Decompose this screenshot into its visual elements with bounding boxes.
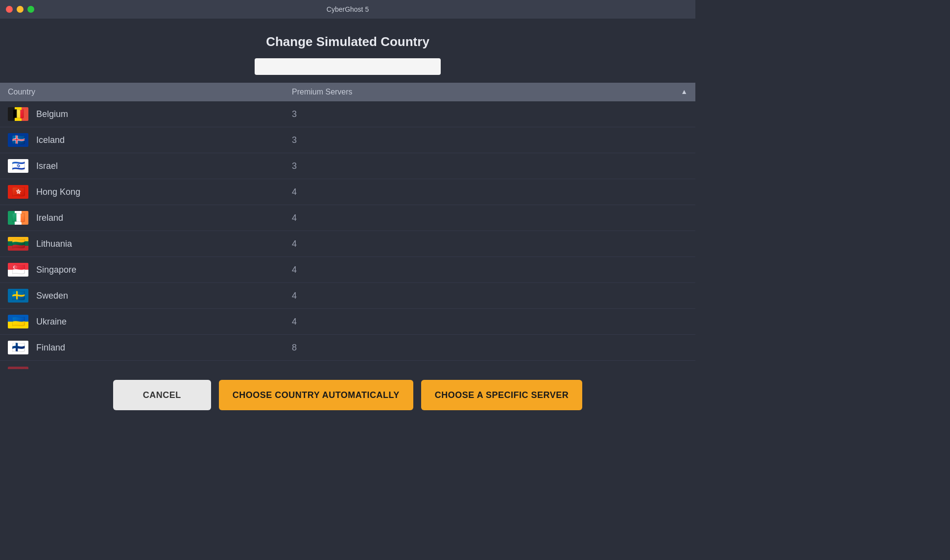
main-content: Change Simulated Country Country Premium… [0,19,695,369]
table-row[interactable]: 🇫🇮 Finland 8 [0,335,695,361]
table-row[interactable]: 🇸🇪 Sweden 4 [0,283,695,309]
column-header-servers: Premium Servers ▲ [292,88,688,96]
server-count: 4 [292,187,297,197]
table-row[interactable]: 🇱🇹 Lithuania 4 [0,231,695,257]
search-input[interactable] [255,58,441,75]
country-name: Singapore [36,265,76,275]
flag-icon: 🇫🇮 [8,341,28,354]
country-name: Hungary [36,369,70,370]
choose-specific-server-button[interactable]: CHOOSE A SPECIFIC SERVER [421,380,582,410]
window-controls[interactable] [6,6,34,13]
sort-arrow-icon[interactable]: ▲ [681,88,688,95]
server-count: 4 [292,291,297,301]
server-count: 8 [292,369,297,370]
server-count: 4 [292,317,297,327]
flag-icon: 🇭🇺 [8,367,28,369]
flag-icon: 🇸🇪 [8,289,28,303]
table-header: Country Premium Servers ▲ [0,83,695,101]
header-section: Change Simulated Country [0,19,695,83]
page-title: Change Simulated Country [266,34,429,49]
minimize-button[interactable] [17,6,24,13]
country-name: Iceland [36,135,65,145]
server-count: 4 [292,265,297,275]
flag-icon: 🇮🇪 [8,211,28,225]
table-row[interactable]: 🇧🇪 Belgium 3 [0,101,695,127]
flag-icon: 🇸🇬 [8,263,28,277]
table-row[interactable]: 🇭🇺 Hungary 8 [0,361,695,369]
country-name: Hong Kong [36,187,80,197]
table-row[interactable]: 🇭🇰 Hong Kong 4 [0,179,695,205]
column-header-country: Country [8,88,292,96]
flag-icon: 🇮🇸 [8,133,28,147]
flag-icon: 🇱🇹 [8,237,28,251]
cancel-button[interactable]: CANCEL [113,380,211,410]
flag-icon: 🇧🇪 [8,107,28,121]
server-count: 3 [292,161,297,171]
window-title: CyberGhost 5 [327,5,369,13]
country-name: Israel [36,161,58,171]
server-count: 4 [292,239,297,249]
footer: CANCEL CHOOSE COUNTRY AUTOMATICALLY CHOO… [0,369,695,421]
table-row[interactable]: 🇺🇦 Ukraine 4 [0,309,695,335]
flag-icon: 🇭🇰 [8,185,28,199]
table-row[interactable]: 🇸🇬 Singapore 4 [0,257,695,283]
flag-icon: 🇮🇱 [8,159,28,173]
maximize-button[interactable] [27,6,34,13]
country-name: Finland [36,343,65,353]
server-count: 8 [292,343,297,352]
server-count: 4 [292,213,297,223]
server-count: 3 [292,109,297,119]
country-name: Ukraine [36,317,67,327]
country-name: Lithuania [36,239,72,249]
table-row[interactable]: 🇮🇱 Israel 3 [0,153,695,179]
choose-country-auto-button[interactable]: CHOOSE COUNTRY AUTOMATICALLY [219,380,413,410]
table-row[interactable]: 🇮🇪 Ireland 4 [0,205,695,231]
close-button[interactable] [6,6,13,13]
flag-icon: 🇺🇦 [8,315,28,328]
title-bar: CyberGhost 5 [0,0,695,19]
country-table[interactable]: 🇧🇪 Belgium 3 🇮🇸 Iceland 3 🇮🇱 Israel 3 [0,101,695,369]
country-name: Sweden [36,291,68,301]
table-row[interactable]: 🇮🇸 Iceland 3 [0,127,695,153]
country-name: Belgium [36,109,68,119]
server-count: 3 [292,135,297,145]
country-name: Ireland [36,213,63,223]
